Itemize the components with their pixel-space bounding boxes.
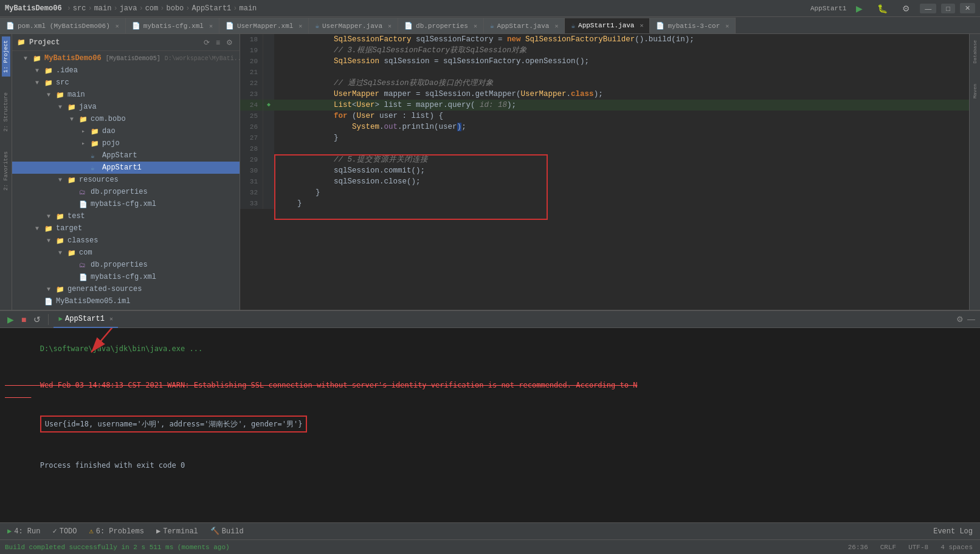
tree-item-classes[interactable]: ▼ 📁 classes [12, 234, 240, 247]
rsidebar-database[interactable]: Database [971, 36, 979, 67]
right-sidebar: Database Maven [969, 34, 980, 310]
run-minimize-button[interactable]: — [967, 315, 975, 324]
run-play-button[interactable]: ▶ [5, 313, 16, 326]
tab-mybatis-cfg[interactable]: 📄 mybatis-cfg.xml ✕ [126, 18, 219, 33]
line-num-20: 20 [240, 56, 263, 67]
tab-pom-xml-close[interactable]: ✕ [116, 22, 119, 30]
tree-item-target[interactable]: ▼ 📁 target [12, 222, 240, 234]
breadcrumb-main: main [94, 4, 112, 13]
tab-db-properties-close[interactable]: ✕ [474, 22, 477, 30]
tree-item-dbprops2[interactable]: ▸ 🗂 db.properties [12, 259, 240, 271]
line-code-33: } [274, 198, 969, 209]
collapse-button[interactable]: ≡ [214, 38, 222, 47]
tree-item-com[interactable]: ▼ 📁 com [12, 247, 240, 259]
run-output[interactable]: D:\software\java\jdk\bin\java.exe ... We… [0, 328, 980, 522]
run-tab-appstart1[interactable]: ▶ AppStart1 ✕ [53, 311, 117, 328]
vtab-favorites[interactable]: 2: Favorites [2, 148, 10, 194]
line-num-27: 27 [240, 132, 263, 143]
btoolbar-eventlog[interactable]: Event Log [931, 526, 975, 537]
close-button[interactable]: ✕ [960, 3, 975, 13]
tree-item-java[interactable]: ▼ 📁 java [12, 101, 240, 113]
tree-item-iml[interactable]: ▸ 📄 MyBatisDemo05.iml [12, 295, 240, 307]
rsidebar-maven[interactable]: Maven [971, 80, 979, 102]
tab-db-properties[interactable]: 📄 db.properties ✕ [398, 18, 484, 33]
tree-item-main[interactable]: ▼ 📁 main [12, 89, 240, 101]
tree-item-appstart1[interactable]: ▸ ☕ AppStart1 [12, 162, 240, 174]
tab-mybatis3cor[interactable]: 📄 mybatis-3-cor ✕ [650, 18, 736, 33]
debug-button[interactable]: 🐛 [872, 2, 892, 15]
tab-appstart1-java[interactable]: ☕ AppStart1.java ✕ [565, 18, 650, 33]
tree-label-resources: resources [79, 176, 119, 184]
sync-button[interactable]: ⟳ [202, 38, 212, 47]
folder-icon-java: 📁 [67, 103, 77, 111]
tree-item-dbprops[interactable]: ▸ 🗂 db.properties [12, 186, 240, 198]
tree-item-root[interactable]: ▼ 📁 MyBatisDemo06 [MyBatisDemo05] D:\wor… [12, 52, 240, 64]
line-num-28: 28 [240, 143, 263, 154]
tab-mybatis3cor-icon: 📄 [656, 22, 664, 30]
btoolbar-run[interactable]: ▶ 4: Run [5, 525, 43, 537]
run-stop-button[interactable]: ■ [19, 313, 29, 326]
vtab-project[interactable]: 1: Project [2, 36, 10, 77]
run-tab-label: AppStart1 [65, 315, 105, 323]
vtab-structure[interactable]: 2: Structure [2, 89, 10, 135]
folder-icon-generated: 📁 [56, 286, 66, 293]
tab-appstart-java[interactable]: ☕ AppStart.java ✕ [484, 18, 565, 33]
tree-item-src[interactable]: ▼ 📁 src [12, 77, 240, 89]
tree-item-mybatiscfg[interactable]: ▸ 📄 mybatis-cfg.xml [12, 198, 240, 210]
run-label: 4: Run [14, 527, 40, 536]
tab-mybatis3cor-close[interactable]: ✕ [725, 22, 729, 30]
tree-item-generated[interactable]: ▼ 📁 generated-sources [12, 283, 240, 295]
todo-icon: ✓ [52, 527, 57, 536]
line-code-32: } [274, 187, 969, 198]
run-button[interactable]: ▶ [851, 2, 868, 15]
line-num-32: 32 [240, 187, 263, 198]
code-editor-area: 18 SqlSessionFactory sqlSessionFactory =… [240, 34, 980, 310]
tree-item-pojo[interactable]: ▸ 📁 pojo [12, 137, 240, 149]
run-settings-button[interactable]: ⚙ [956, 315, 964, 324]
tree-item-test[interactable]: ▼ 📁 test [12, 210, 240, 222]
btoolbar-todo[interactable]: ✓ TODO [50, 525, 79, 537]
code-editor[interactable]: 18 SqlSessionFactory sqlSessionFactory =… [240, 34, 969, 310]
tab-db-properties-icon: 📄 [404, 22, 413, 30]
crlf-status[interactable]: CRLF [878, 544, 899, 551]
indent-status[interactable]: 4 spaces [938, 544, 975, 551]
tree-item-dao[interactable]: ▸ 📁 dao [12, 125, 240, 137]
tab-appstart1-java-close[interactable]: ✕ [640, 22, 643, 29]
line-col-status[interactable]: 26:36 [846, 544, 871, 551]
settings-button[interactable]: ⚙ [897, 2, 915, 15]
btoolbar-terminal[interactable]: ▶ Terminal [154, 525, 201, 537]
tree-label-iml: MyBatisDemo05.iml [56, 297, 130, 306]
line-code-24: List<User> list = mapper.query( id: 18); [274, 100, 969, 111]
maximize-button[interactable]: □ [941, 4, 955, 13]
code-line-30: 30 sqlSession.commit(); [240, 165, 969, 176]
run-tab-close[interactable]: ✕ [109, 315, 113, 323]
tab-usermapper-java[interactable]: ☕ UserMapper.java ✕ [309, 18, 398, 33]
titlebar: MyBatisDemo06 › src › main › java › com … [0, 0, 980, 17]
tree-item-mybatiscfg2[interactable]: ▸ 📄 mybatis-cfg.xml [12, 271, 240, 283]
tab-usermapper-xml[interactable]: 📄 UserMapper.xml ✕ [219, 18, 309, 33]
run-rerun-button[interactable]: ↺ [31, 313, 43, 326]
tree-item-appstart[interactable]: ▸ ☕ AppStart [12, 149, 240, 162]
tab-pom-xml[interactable]: 📄 pom.xml (MyBatisDemo06) ✕ [0, 18, 126, 33]
tree-item-pom[interactable]: ▸ 📄 pom.xml [12, 307, 240, 310]
tree-item-combobo[interactable]: ▼ 📁 com.bobo [12, 113, 240, 125]
tab-appstart-java-close[interactable]: ✕ [554, 22, 558, 30]
tab-usermapper-java-close[interactable]: ✕ [388, 22, 392, 30]
charset-status[interactable]: UTF-8 [906, 544, 931, 551]
line-code-18: SqlSessionFactory sqlSessionFactory = ne… [274, 34, 969, 45]
line-num-18: 18 [240, 34, 263, 45]
btoolbar-build[interactable]: 🔨 Build [208, 525, 246, 537]
build-icon: 🔨 [210, 527, 219, 536]
tree-item-idea[interactable]: ▼ 📁 .idea [12, 64, 240, 77]
tree-suffix-root: [MyBatisDemo05] [106, 55, 160, 62]
line-code-27: } [274, 132, 969, 143]
line-gutter-23 [263, 89, 274, 100]
tab-usermapper-xml-close[interactable]: ✕ [298, 22, 302, 30]
minimize-button[interactable]: — [920, 4, 936, 13]
settings-tree-button[interactable]: ⚙ [224, 38, 235, 47]
tab-appstart1-java-label: AppStart1.java [578, 22, 634, 29]
tree-item-resources[interactable]: ▼ 📁 resources [12, 174, 240, 186]
terminal-icon: ▶ [156, 527, 160, 536]
btoolbar-problems[interactable]: ⚠ 6: Problems [87, 525, 147, 537]
tab-mybatis-cfg-close[interactable]: ✕ [209, 22, 213, 30]
